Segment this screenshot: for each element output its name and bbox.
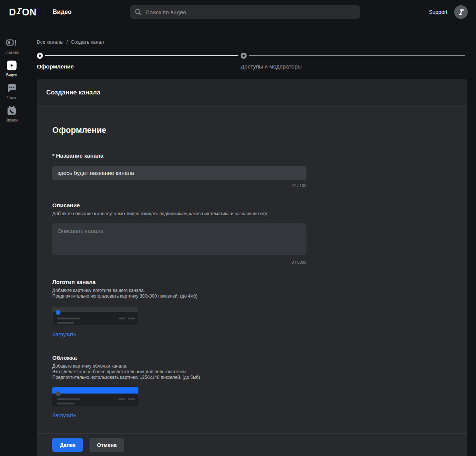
step-label: Оформление — [37, 63, 241, 70]
breadcrumb-separator: / — [67, 39, 68, 45]
skeleton-bar — [57, 398, 80, 400]
calls-phone-icon — [7, 105, 17, 116]
description-counter: 0 / 5000 — [52, 260, 306, 264]
search-icon — [135, 8, 142, 16]
channel-logo-label: Логотип канала — [52, 279, 452, 285]
step-dot-inactive-icon — [241, 53, 247, 59]
section-title: Оформление — [52, 125, 452, 135]
step-dot-active-icon — [37, 53, 43, 59]
avatar-glyph-icon — [459, 9, 464, 15]
logo-text-d: D — [9, 7, 16, 18]
skeleton-bar — [57, 403, 74, 404]
sidebar-item-label: Видео — [0, 73, 23, 77]
channel-name-label: * Название канала — [52, 152, 452, 159]
dion-i-glyph-icon — [17, 8, 22, 14]
card-footer: Далее Отмена — [37, 433, 467, 456]
cover-preview-band — [52, 387, 138, 394]
channel-logo-hint: Добавьте картинку логотипа вашего канала… — [52, 288, 306, 299]
hint-line: Предпочтительно использовать картинку 12… — [52, 375, 306, 380]
create-channel-card: Создание канала Оформление * Название ка… — [37, 79, 467, 456]
card-body: Оформление * Название канала 27 / 100 Оп… — [37, 106, 467, 433]
description-hint: Добавьте описание к каналу: каких видео … — [52, 211, 306, 217]
search-bar[interactable] — [130, 5, 360, 19]
card-header: Создание канала — [37, 79, 467, 106]
skeleton-bar — [128, 318, 135, 319]
skeleton-bar — [57, 318, 80, 319]
skeleton-bar — [118, 398, 125, 400]
sidebar-item-video[interactable]: Видео — [0, 60, 23, 77]
sidebar-item-home[interactable]: Главная — [0, 38, 23, 55]
step-label: Доступы и модераторы — [241, 63, 467, 70]
support-link[interactable]: Support — [429, 9, 447, 15]
sidebar-item-label: Главная — [0, 50, 23, 55]
breadcrumb-create-channel: Создать канал — [71, 39, 104, 45]
cover-label: Обложка — [52, 354, 452, 361]
hint-line: Это сделает канал более привлекательным … — [52, 369, 306, 375]
dion-logo[interactable]: D ON — [9, 7, 36, 18]
sidebar-item-label: Звонки — [0, 118, 23, 122]
sidebar-item-chats[interactable]: Чаты — [0, 83, 23, 100]
channel-name-counter: 27 / 100 — [52, 183, 306, 188]
home-video-alert-icon — [6, 38, 17, 48]
logo-preview-band — [52, 307, 138, 312]
cover-preview-placeholder[interactable] — [52, 387, 138, 406]
cancel-button[interactable]: Отмена — [89, 438, 124, 452]
app-title: Видео — [53, 9, 71, 15]
cover-preview-avatar-dot — [56, 391, 61, 396]
step-connector-line — [45, 55, 238, 56]
breadcrumb: Все каналы / Создать канал — [37, 39, 467, 45]
channel-name-input[interactable] — [52, 166, 306, 180]
video-play-icon — [7, 61, 17, 70]
hint-line: Добавьте картинку логотипа вашего канала… — [52, 288, 306, 293]
skeleton-bar — [118, 318, 125, 319]
upload-cover-link[interactable]: Загрузить — [52, 412, 76, 418]
skeleton-bar — [57, 322, 74, 324]
upload-logo-link[interactable]: Загрузить — [52, 331, 76, 337]
logo-text-on: ON — [22, 7, 37, 18]
cover-hint: Добавьте картинку обложки канала. Это сд… — [52, 363, 306, 380]
logo-preview-placeholder[interactable] — [52, 307, 138, 325]
chat-bubble-icon — [7, 84, 17, 93]
breadcrumb-all-channels[interactable]: Все каналы — [37, 39, 64, 45]
header-divider — [44, 7, 44, 17]
card-title: Создание канала — [46, 89, 458, 96]
wizard-stepper: Оформление Доступы и модераторы — [37, 53, 467, 70]
search-input[interactable] — [130, 5, 360, 19]
sidebar-item-label: Чаты — [0, 96, 23, 100]
step-access-moderators[interactable]: Доступы и модераторы — [241, 53, 467, 70]
sidebar-nav: Главная Видео Чаты — [0, 24, 23, 456]
hint-line: Добавьте картинку обложки канала. — [52, 363, 306, 369]
skeleton-bar — [128, 398, 135, 400]
hint-line: Предпочтительно использовать картинку 30… — [52, 293, 306, 299]
step-design[interactable]: Оформление — [37, 53, 241, 70]
top-bar: D ON Видео Support — [0, 0, 476, 24]
main-content: Все каналы / Создать канал Оформление До… — [23, 24, 476, 456]
description-label: Описание — [52, 202, 452, 208]
user-avatar[interactable] — [454, 5, 468, 19]
sidebar-item-calls[interactable]: Звонки — [0, 105, 23, 122]
step-connector-line — [249, 55, 465, 56]
description-textarea[interactable] — [52, 223, 306, 255]
logo-preview-avatar-dot — [56, 310, 61, 315]
next-button[interactable]: Далее — [52, 438, 83, 452]
